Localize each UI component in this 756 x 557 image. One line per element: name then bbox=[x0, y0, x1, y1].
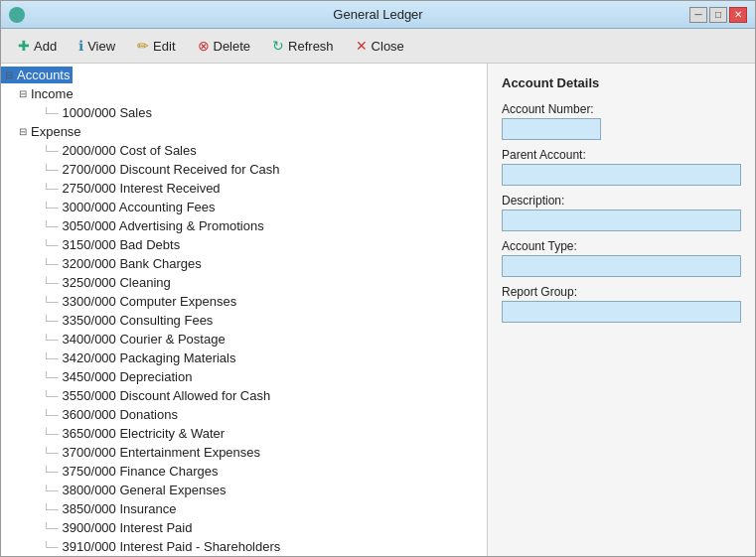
tree-line: └─ bbox=[43, 334, 59, 346]
account-number-group: Account Number: bbox=[502, 102, 741, 140]
refresh-label: Refresh bbox=[288, 39, 334, 54]
tree-node[interactable]: └─3200/000 Bank Charges bbox=[1, 254, 487, 273]
tree-node[interactable]: └─3900/000 Interest Paid bbox=[1, 518, 487, 537]
tree-node-text: 3900/000 Interest Paid bbox=[63, 520, 193, 535]
add-label: Add bbox=[34, 39, 57, 54]
close-button[interactable]: ✕ Close bbox=[347, 34, 413, 58]
account-type-label: Account Type: bbox=[502, 239, 741, 253]
tree-node-text: 3700/000 Entertainment Expenses bbox=[63, 445, 260, 460]
tree-node-text: 3750/000 Finance Charges bbox=[63, 464, 219, 479]
tree-node[interactable]: └─3600/000 Donations bbox=[1, 405, 487, 424]
tree-node-text: 3420/000 Packaging Materials bbox=[63, 350, 236, 365]
tree-node[interactable]: └─3450/000 Depreciation bbox=[1, 367, 487, 386]
tree-node-text: 3550/000 Discount Allowed for Cash bbox=[63, 388, 271, 403]
title-buttons: ─ □ ✕ bbox=[689, 7, 747, 23]
tree-node[interactable]: └─3400/000 Courier & Postage bbox=[1, 330, 487, 348]
details-title: Account Details bbox=[502, 75, 741, 90]
tree-line: └─ bbox=[43, 220, 59, 232]
tree-line: └─ bbox=[43, 503, 59, 515]
minimize-button[interactable]: ─ bbox=[689, 7, 707, 23]
tree-node-text: Income bbox=[31, 86, 74, 101]
tree-line: └─ bbox=[43, 202, 59, 213]
tree-node[interactable]: └─3750/000 Finance Charges bbox=[1, 462, 487, 481]
tree-node-text: 3600/000 Donations bbox=[63, 407, 178, 422]
tree-node[interactable]: └─3150/000 Bad Debts bbox=[1, 235, 487, 254]
tree-node[interactable]: └─3850/000 Insurance bbox=[1, 499, 487, 518]
tree-node[interactable]: └─3420/000 Packaging Materials bbox=[1, 348, 487, 367]
tree-node-text: 2700/000 Discount Received for Cash bbox=[63, 162, 280, 177]
tree-node-text: 1000/000 Sales bbox=[63, 105, 152, 120]
toolbar: ✚ Add ℹ View ✏ Edit ⊗ Delete ↻ Refresh ✕… bbox=[1, 29, 755, 64]
account-number-label: Account Number: bbox=[502, 102, 741, 116]
tree-node[interactable]: ⊟Expense bbox=[1, 122, 487, 141]
tree-node[interactable]: └─3300/000 Computer Expenses bbox=[1, 292, 487, 311]
tree-scroll[interactable]: ⊟Accounts⊟Income└─1000/000 Sales⊟Expense… bbox=[1, 64, 487, 556]
account-type-input[interactable] bbox=[502, 255, 741, 277]
tree-node-text: Expense bbox=[31, 124, 81, 139]
tree-node-text: 3250/000 Cleaning bbox=[63, 275, 171, 290]
tree-node[interactable]: └─3700/000 Entertainment Expenses bbox=[1, 443, 487, 462]
edit-button[interactable]: ✏ Edit bbox=[128, 34, 184, 58]
parent-account-group: Parent Account: bbox=[502, 148, 741, 186]
tree-node[interactable]: └─3550/000 Discount Allowed for Cash bbox=[1, 386, 487, 405]
delete-icon: ⊗ bbox=[198, 38, 210, 54]
delete-button[interactable]: ⊗ Delete bbox=[189, 34, 260, 58]
tree-node[interactable]: └─3250/000 Cleaning bbox=[1, 273, 487, 292]
close-label: Close bbox=[372, 39, 404, 54]
description-label: Description: bbox=[502, 194, 741, 208]
parent-account-label: Parent Account: bbox=[502, 148, 741, 162]
tree-line: └─ bbox=[43, 371, 59, 383]
main-content: ⊟Accounts⊟Income└─1000/000 Sales⊟Expense… bbox=[1, 64, 755, 556]
tree-node[interactable]: └─3650/000 Electricity & Water bbox=[1, 424, 487, 443]
view-button[interactable]: ℹ View bbox=[70, 34, 124, 58]
tree-line: └─ bbox=[43, 258, 59, 270]
close-icon: ✕ bbox=[356, 38, 368, 54]
tree-node[interactable]: └─3000/000 Accounting Fees bbox=[1, 198, 487, 216]
description-group: Description: bbox=[502, 194, 741, 231]
tree-node[interactable]: └─2700/000 Discount Received for Cash bbox=[1, 160, 487, 179]
tree-line: └─ bbox=[43, 390, 59, 402]
tree-node[interactable]: ⊟Accounts bbox=[1, 66, 487, 84]
restore-button[interactable]: □ bbox=[709, 7, 727, 23]
title-bar-left bbox=[9, 7, 25, 23]
tree-node-text: 3200/000 Bank Charges bbox=[63, 256, 202, 271]
refresh-button[interactable]: ↻ Refresh bbox=[263, 34, 343, 58]
details-panel: Account Details Account Number: Parent A… bbox=[488, 64, 755, 556]
tree-node[interactable]: └─3050/000 Advertising & Promotions bbox=[1, 216, 487, 235]
parent-account-input[interactable] bbox=[502, 164, 741, 186]
tree-node-text: 3350/000 Consulting Fees bbox=[63, 313, 214, 328]
tree-line: └─ bbox=[43, 296, 59, 308]
tree-node[interactable]: └─3800/000 General Expenses bbox=[1, 481, 487, 499]
view-label: View bbox=[87, 39, 115, 54]
collapse-icon[interactable]: ⊟ bbox=[19, 126, 27, 137]
collapse-icon[interactable]: ⊟ bbox=[19, 88, 27, 99]
add-button[interactable]: ✚ Add bbox=[9, 34, 66, 58]
tree-line: └─ bbox=[43, 239, 59, 251]
tree-node-text: 3800/000 General Expenses bbox=[63, 483, 227, 497]
description-input[interactable] bbox=[502, 209, 741, 231]
tree-node[interactable]: └─3350/000 Consulting Fees bbox=[1, 311, 487, 330]
tree-node-text: 3850/000 Insurance bbox=[63, 501, 177, 516]
refresh-icon: ↻ bbox=[272, 38, 284, 54]
tree-node[interactable]: └─1000/000 Sales bbox=[1, 103, 487, 122]
edit-icon: ✏ bbox=[137, 38, 149, 54]
add-icon: ✚ bbox=[18, 38, 30, 54]
account-number-input[interactable] bbox=[502, 118, 601, 140]
tree-node[interactable]: └─3910/000 Interest Paid - Shareholders bbox=[1, 537, 487, 556]
tree-node[interactable]: └─2000/000 Cost of Sales bbox=[1, 141, 487, 160]
tree-line: └─ bbox=[43, 164, 59, 176]
tree-line: └─ bbox=[43, 428, 59, 440]
tree-line: └─ bbox=[43, 277, 59, 289]
tree-node-text: 2750/000 Interest Received bbox=[63, 181, 221, 196]
tree-node[interactable]: ⊟Income bbox=[1, 84, 487, 103]
tree-line: └─ bbox=[43, 447, 59, 459]
tree-node-text: 3650/000 Electricity & Water bbox=[63, 426, 226, 441]
tree-node-text: 3910/000 Interest Paid - Shareholders bbox=[63, 539, 281, 554]
title-close-button[interactable]: ✕ bbox=[729, 7, 747, 23]
tree-line: └─ bbox=[43, 145, 59, 157]
tree-node-text: 3300/000 Computer Expenses bbox=[63, 294, 237, 309]
report-group-label: Report Group: bbox=[502, 285, 741, 299]
report-group-input[interactable] bbox=[502, 301, 741, 323]
collapse-icon[interactable]: ⊟ bbox=[5, 70, 13, 80]
tree-node[interactable]: └─2750/000 Interest Received bbox=[1, 179, 487, 198]
